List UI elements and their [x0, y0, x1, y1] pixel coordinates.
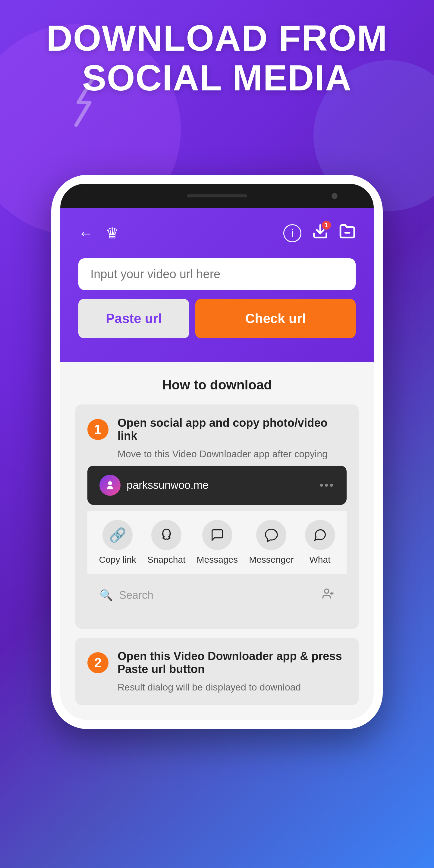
- step-1-header: 1 Open social app and copy photo/video l…: [87, 416, 347, 442]
- nav-right: i 1: [283, 223, 355, 243]
- info-button[interactable]: i: [283, 224, 301, 242]
- share-profile-name: parkssunwoo.me: [127, 479, 313, 492]
- messenger-label: Messenger: [249, 555, 293, 565]
- step-1-number: 1: [87, 419, 108, 440]
- copy-link-icon: 🔗: [102, 520, 133, 550]
- whatsapp-icon: [305, 520, 335, 550]
- step-2-number: 2: [87, 652, 108, 673]
- paste-url-label: Paste url: [106, 311, 162, 326]
- messages-icon: [202, 520, 232, 550]
- search-placeholder: Search: [119, 589, 316, 601]
- step-1-title: Open social app and copy photo/video lin…: [118, 416, 347, 442]
- share-avatar: [99, 475, 121, 496]
- check-url-label: Check url: [245, 311, 306, 326]
- app-navbar: ← ♛ i 1: [79, 223, 355, 243]
- svg-point-3: [324, 589, 329, 593]
- how-to-download-section: How to download 1 Open social app and co…: [60, 362, 374, 720]
- step-2-title: Open this Video Downloader app & press P…: [118, 650, 347, 676]
- step-1-description: Move to this Video Downloader app after …: [87, 448, 347, 460]
- url-input-container: [79, 258, 355, 290]
- svg-point-2: [108, 481, 112, 485]
- header-line2: SOCIAL MEDIA: [0, 58, 434, 98]
- url-input[interactable]: [90, 267, 344, 281]
- step-2-header: 2 Open this Video Downloader app & press…: [87, 650, 347, 676]
- download-button[interactable]: 1: [312, 223, 329, 243]
- share-option-copy-link[interactable]: 🔗 Copy link: [99, 520, 136, 565]
- messenger-icon: [256, 520, 286, 550]
- phone-mockup: ← ♛ i 1: [51, 175, 383, 729]
- phone-notch: [60, 184, 374, 208]
- app-topbar: ← ♛ i 1: [60, 208, 374, 362]
- share-option-messenger[interactable]: Messenger: [249, 520, 293, 565]
- step-2-description: Result dialog will be displayed to downl…: [87, 682, 347, 693]
- header-section: DOWNLOAD FROM SOCIAL MEDIA: [0, 18, 434, 98]
- snapchat-icon: [151, 520, 181, 550]
- copy-link-label: Copy link: [99, 555, 136, 565]
- snapchat-label: Snapchat: [147, 555, 186, 565]
- search-icon: 🔍: [99, 589, 113, 601]
- phone-screen: ← ♛ i 1: [60, 208, 374, 720]
- share-option-snapchat[interactable]: Snapchat: [147, 520, 186, 565]
- share-option-messages[interactable]: Messages: [197, 520, 238, 565]
- paste-url-button[interactable]: Paste url: [79, 299, 189, 338]
- messages-label: Messages: [197, 555, 238, 565]
- check-url-button[interactable]: Check url: [195, 299, 355, 338]
- info-icon: i: [291, 227, 293, 240]
- add-contact-icon: [322, 587, 335, 603]
- url-buttons: Paste url Check url: [79, 299, 355, 338]
- share-profile: parkssunwoo.me •••: [99, 475, 335, 496]
- share-mockup: parkssunwoo.me •••: [87, 466, 347, 505]
- how-to-title: How to download: [75, 377, 359, 393]
- whatsapp-label: What: [310, 555, 331, 565]
- nav-left: ← ♛: [79, 224, 119, 242]
- step-2-card: 2 Open this Video Downloader app & press…: [75, 638, 359, 705]
- back-button[interactable]: ←: [79, 224, 93, 242]
- crown-icon[interactable]: ♛: [105, 224, 119, 242]
- share-options-row: 🔗 Copy link Snapchat: [87, 511, 347, 574]
- header-title: DOWNLOAD FROM SOCIAL MEDIA: [0, 18, 434, 98]
- download-badge: 1: [322, 221, 331, 230]
- folder-button[interactable]: [339, 223, 355, 243]
- search-bar[interactable]: 🔍 Search: [87, 580, 347, 611]
- header-line1: DOWNLOAD FROM: [0, 18, 434, 58]
- step-1-card: 1 Open social app and copy photo/video l…: [75, 404, 359, 629]
- share-option-whatsapp[interactable]: What: [305, 520, 335, 565]
- share-more-icon[interactable]: •••: [319, 479, 335, 492]
- phone-frame: ← ♛ i 1: [51, 175, 383, 729]
